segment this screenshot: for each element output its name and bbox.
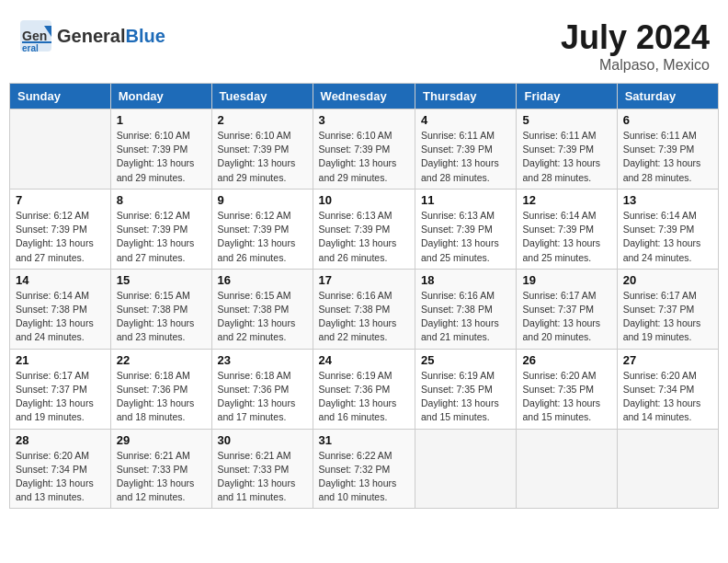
cell-day-number: 18 bbox=[421, 273, 510, 287]
cell-sunset: Sunset: 7:39 PM bbox=[421, 223, 510, 236]
cell-sunrise: Sunrise: 6:18 AM bbox=[218, 369, 307, 383]
cell-sunset: Sunset: 7:33 PM bbox=[218, 463, 307, 477]
cell-sunset: Sunset: 7:33 PM bbox=[117, 463, 206, 477]
calendar-cell: 12 Sunrise: 6:14 AM Sunset: 7:39 PM Dayl… bbox=[517, 189, 617, 269]
calendar-cell: 13 Sunrise: 6:14 AM Sunset: 7:39 PM Dayl… bbox=[617, 189, 718, 269]
cell-day-number: 14 bbox=[16, 273, 105, 287]
logo-general: General bbox=[57, 26, 125, 46]
cell-daylight: Daylight: 13 hours and 12 minutes. bbox=[117, 477, 206, 504]
logo: Gen eral GeneralBlue bbox=[18, 18, 165, 53]
cell-sunset: Sunset: 7:38 PM bbox=[218, 303, 307, 316]
cell-sunset: Sunset: 7:35 PM bbox=[421, 383, 510, 396]
header-tuesday: Tuesday bbox=[211, 84, 313, 109]
cell-daylight: Daylight: 13 hours and 10 minutes. bbox=[319, 477, 409, 504]
cell-sunset: Sunset: 7:39 PM bbox=[319, 143, 409, 156]
calendar-cell: 17 Sunrise: 6:16 AM Sunset: 7:38 PM Dayl… bbox=[313, 269, 415, 349]
cell-sunrise: Sunrise: 6:20 AM bbox=[623, 369, 712, 383]
cell-day-number: 19 bbox=[522, 273, 610, 287]
svg-text:eral: eral bbox=[22, 43, 39, 53]
cell-sunrise: Sunrise: 6:20 AM bbox=[16, 449, 105, 463]
cell-day-number: 22 bbox=[117, 353, 206, 367]
cell-day-number: 12 bbox=[522, 193, 610, 207]
cell-daylight: Daylight: 13 hours and 28 minutes. bbox=[623, 156, 712, 184]
calendar-cell: 10 Sunrise: 6:13 AM Sunset: 7:39 PM Dayl… bbox=[313, 189, 415, 269]
cell-daylight: Daylight: 13 hours and 29 minutes. bbox=[117, 156, 206, 184]
cell-daylight: Daylight: 13 hours and 29 minutes. bbox=[218, 156, 307, 184]
calendar-cell: 28 Sunrise: 6:20 AM Sunset: 7:34 PM Dayl… bbox=[10, 429, 111, 509]
header-sunday: Sunday bbox=[10, 84, 111, 109]
cell-daylight: Daylight: 13 hours and 13 minutes. bbox=[16, 477, 105, 504]
cell-day-number: 25 bbox=[421, 353, 510, 367]
cell-sunrise: Sunrise: 6:11 AM bbox=[522, 129, 610, 143]
calendar-cell: 7 Sunrise: 6:12 AM Sunset: 7:39 PM Dayli… bbox=[10, 189, 111, 269]
cell-daylight: Daylight: 13 hours and 20 minutes. bbox=[522, 316, 610, 344]
calendar-cell: 3 Sunrise: 6:10 AM Sunset: 7:39 PM Dayli… bbox=[313, 109, 415, 190]
cell-day-number: 1 bbox=[117, 113, 206, 127]
cell-sunset: Sunset: 7:39 PM bbox=[522, 223, 610, 236]
cell-sunset: Sunset: 7:34 PM bbox=[623, 383, 712, 396]
cell-day-number: 29 bbox=[117, 433, 206, 447]
calendar-cell: 16 Sunrise: 6:15 AM Sunset: 7:38 PM Dayl… bbox=[211, 269, 313, 349]
calendar-week-row: 7 Sunrise: 6:12 AM Sunset: 7:39 PM Dayli… bbox=[10, 189, 719, 269]
cell-sunset: Sunset: 7:37 PM bbox=[623, 303, 712, 316]
cell-daylight: Daylight: 13 hours and 19 minutes. bbox=[623, 316, 712, 344]
header-thursday: Thursday bbox=[415, 84, 517, 109]
cell-daylight: Daylight: 13 hours and 29 minutes. bbox=[319, 156, 409, 184]
cell-sunrise: Sunrise: 6:10 AM bbox=[218, 129, 307, 143]
cell-daylight: Daylight: 13 hours and 15 minutes. bbox=[522, 396, 610, 424]
cell-day-number: 28 bbox=[16, 433, 105, 447]
cell-sunrise: Sunrise: 6:12 AM bbox=[117, 209, 206, 223]
calendar-cell: 23 Sunrise: 6:18 AM Sunset: 7:36 PM Dayl… bbox=[211, 349, 313, 429]
cell-sunset: Sunset: 7:36 PM bbox=[117, 383, 206, 396]
cell-day-number: 8 bbox=[117, 193, 206, 207]
page-header: Gen eral GeneralBlue July 2024 Malpaso, … bbox=[9, 9, 719, 78]
cell-day-number: 7 bbox=[16, 193, 105, 207]
cell-daylight: Daylight: 13 hours and 21 minutes. bbox=[421, 316, 510, 344]
cell-day-number: 6 bbox=[623, 113, 712, 127]
cell-sunrise: Sunrise: 6:17 AM bbox=[522, 289, 610, 303]
header-saturday: Saturday bbox=[617, 84, 718, 109]
cell-day-number: 4 bbox=[421, 113, 510, 127]
cell-sunset: Sunset: 7:39 PM bbox=[623, 223, 712, 236]
cell-day-number: 5 bbox=[522, 113, 610, 127]
cell-day-number: 2 bbox=[218, 113, 307, 127]
cell-daylight: Daylight: 13 hours and 11 minutes. bbox=[218, 477, 307, 504]
cell-sunset: Sunset: 7:38 PM bbox=[319, 303, 409, 316]
calendar-cell: 20 Sunrise: 6:17 AM Sunset: 7:37 PM Dayl… bbox=[617, 269, 718, 349]
header-monday: Monday bbox=[110, 84, 211, 109]
title-section: July 2024 Malpaso, Mexico bbox=[561, 18, 710, 74]
cell-sunrise: Sunrise: 6:17 AM bbox=[16, 369, 105, 383]
calendar-cell: 11 Sunrise: 6:13 AM Sunset: 7:39 PM Dayl… bbox=[415, 189, 517, 269]
logo-icon: Gen eral bbox=[18, 18, 53, 53]
cell-sunrise: Sunrise: 6:19 AM bbox=[319, 369, 409, 383]
cell-sunset: Sunset: 7:39 PM bbox=[218, 143, 307, 156]
cell-sunrise: Sunrise: 6:14 AM bbox=[16, 289, 105, 303]
cell-sunrise: Sunrise: 6:16 AM bbox=[319, 289, 409, 303]
cell-day-number: 3 bbox=[319, 113, 409, 127]
cell-sunset: Sunset: 7:32 PM bbox=[319, 463, 409, 477]
cell-day-number: 17 bbox=[319, 273, 409, 287]
cell-day-number: 13 bbox=[623, 193, 712, 207]
cell-daylight: Daylight: 13 hours and 16 minutes. bbox=[319, 396, 409, 424]
cell-daylight: Daylight: 13 hours and 15 minutes. bbox=[421, 396, 510, 424]
calendar-title: July 2024 bbox=[561, 18, 710, 57]
cell-sunrise: Sunrise: 6:12 AM bbox=[218, 209, 307, 223]
calendar-cell: 1 Sunrise: 6:10 AM Sunset: 7:39 PM Dayli… bbox=[110, 109, 211, 190]
cell-day-number: 10 bbox=[319, 193, 409, 207]
cell-day-number: 21 bbox=[16, 353, 105, 367]
cell-day-number: 26 bbox=[522, 353, 610, 367]
cell-sunrise: Sunrise: 6:15 AM bbox=[117, 289, 206, 303]
calendar-table: Sunday Monday Tuesday Wednesday Thursday… bbox=[9, 83, 719, 509]
cell-sunrise: Sunrise: 6:10 AM bbox=[319, 129, 409, 143]
cell-sunset: Sunset: 7:36 PM bbox=[218, 383, 307, 396]
cell-daylight: Daylight: 13 hours and 22 minutes. bbox=[319, 316, 409, 344]
cell-sunset: Sunset: 7:37 PM bbox=[522, 303, 610, 316]
calendar-cell bbox=[10, 109, 111, 190]
cell-daylight: Daylight: 13 hours and 18 minutes. bbox=[117, 396, 206, 424]
cell-sunset: Sunset: 7:37 PM bbox=[16, 383, 105, 396]
cell-sunset: Sunset: 7:39 PM bbox=[117, 223, 206, 236]
cell-day-number: 15 bbox=[117, 273, 206, 287]
calendar-week-row: 1 Sunrise: 6:10 AM Sunset: 7:39 PM Dayli… bbox=[10, 109, 719, 190]
cell-sunrise: Sunrise: 6:13 AM bbox=[319, 209, 409, 223]
cell-sunrise: Sunrise: 6:17 AM bbox=[623, 289, 712, 303]
